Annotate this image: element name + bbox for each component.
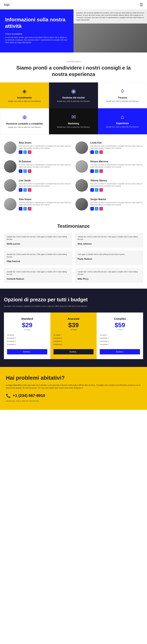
team-desc-linda: Duis aute irure dolor in reprehenderit i… [90,145,143,149]
team-desc-vittoria: Duis aute irure dolor in reprehenderit i… [90,183,143,187]
pricing-plan-standard: Standard $29 Al mese 15 utenti Funzione … [4,312,50,359]
team-photo-vittoria [75,179,88,192]
pricing-plan-complito: Complito $59 Al mese 15 utenti Funzione … [97,312,143,359]
pricing-title: Opzioni di prezzo per tutti i budget [4,296,143,303]
section-label: Cosa facciamo [8,60,139,63]
navbar: logo ☰ [0,0,147,10]
team-desc-sergio: Duis aute irure dolor in reprehenderit i… [90,202,143,206]
team-member-nina: Nina Scavo Duis aute irure dolor in repr… [2,138,74,157]
twitter-icon[interactable]: t [95,207,98,210]
twitter-icon[interactable]: t [23,207,27,210]
instagram-icon[interactable]: i [28,169,31,173]
twitter-icon[interactable]: t [23,169,27,173]
hero-title: Informazioni sulla nostra attività [5,16,68,29]
team-name-liss: Liss Sarah [19,179,72,182]
testimonial-2: Sample text. Click to select the text bo… [4,250,72,265]
twitter-icon[interactable]: t [23,188,27,192]
esperienza-icon: ⌂ [121,114,124,120]
instagram-icon[interactable]: i [99,188,103,192]
plan-btn-avanzate[interactable]: Scarica ↓ [54,349,94,354]
hero-section: Informazioni sulla nostra attività TITOL… [0,10,147,52]
card-rischio-text: Sample text. Click to select the Text El… [57,100,90,102]
card-revisione[interactable]: ⊕ Revisione contabile e contabilità Samp… [0,108,49,134]
cta-desc: La legge degli affitti è stata approvata… [6,384,141,390]
facebook-icon[interactable]: f [19,207,22,210]
facebook-icon[interactable]: f [90,207,94,210]
facebook-icon[interactable]: f [90,169,94,173]
cards-grid: ◈ Investimento Sample text. Click to sel… [0,82,147,134]
twitter-icon[interactable]: t [23,150,27,154]
team-section: Nina Scavo Duis aute irure dolor in repr… [0,134,147,218]
team-desc-liss: Duis aute irure dolor in reprehenderit i… [19,183,72,187]
cta-small: Sample text. Click to select the Text El… [6,400,141,402]
twitter-icon[interactable]: t [95,188,98,192]
team-photo-sergio [75,198,88,210]
revisione-icon: ⊕ [22,114,27,120]
pricing-plan-avanzate: Avanzate $39 Al mese 15 utenti Funzione … [50,312,97,359]
card-investment[interactable]: ◈ Investimento Sample text. Click to sel… [0,82,49,108]
feature-2: Funzione 3 [7,340,47,343]
team-member-pam: Pam Scavo Duis aute irure dolor in repre… [2,195,74,214]
card-revisione-title: Revisione contabile e contabilità [6,122,43,125]
team-name-di: Di Dowson [19,160,72,163]
plan-features-avanzate: 15 utenti Funzione 2 Funzione 3 Funzione… [54,334,94,346]
plan-btn-standard[interactable]: Scarica ↓ [7,349,47,354]
facebook-icon[interactable]: f [90,150,94,154]
testimonials-section: Testimonianze Sample text. Click to sele… [0,218,147,288]
team-photo-nina [4,141,17,154]
team-info-di: Di Dowson Duis aute irure dolor in repre… [19,160,72,173]
card-marketing-text: Sample text. Click to select the Text El… [57,126,90,128]
testimonial-text-3: Click again or double click to start edi… [78,253,140,256]
team-info-nina: Nina Scavo Duis aute irure dolor in repr… [19,141,72,154]
testimonial-text-5: Sample text. Click to select the text bo… [78,270,140,276]
plan-price-avanzate: $39 [54,322,94,329]
instagram-icon[interactable]: i [28,207,31,210]
team-photo-divano [75,160,88,173]
team-desc-pam: Duis aute irure dolor in reprehenderit i… [19,202,72,206]
card-finanza[interactable]: ◊ Finanza Sample text. Click to select t… [98,82,147,108]
testimonial-name-1: Nick Johnson [78,242,140,245]
plan-btn-complito[interactable]: Scarica ↓ [100,349,140,354]
instagram-icon[interactable]: i [99,150,103,154]
team-member-linda: Linda Kim Duis aute irure dolor in repre… [74,138,145,157]
card-esperienza-title: Esperienza [116,122,128,125]
instagram-icon[interactable]: i [99,207,103,210]
team-socials-liss: f t i [19,188,72,192]
team-photo-liss [4,179,17,192]
cta-section: Hai problemi abitativi? La legge degli a… [0,367,147,410]
card-finanza-text: Sample text. Click to select the Text El… [106,100,139,102]
investment-icon: ◈ [22,88,27,94]
team-info-linda: Linda Kim Duis aute irure dolor in repre… [90,141,143,154]
card-rischio-title: Gestione del rischio [62,96,85,99]
plan-per-standard: Al mese [7,329,47,331]
cta-phone[interactable]: +1 (234) 567-8910 [13,393,45,398]
twitter-icon[interactable]: t [95,150,98,154]
card-marketing[interactable]: ✉ Marketing Sample text. Click to select… [49,108,98,134]
nav-menu-icon[interactable]: ☰ [139,2,143,7]
twitter-icon[interactable]: t [95,169,98,173]
testimonial-name-0: Stella Larson [7,242,69,245]
card-marketing-title: Marketing [68,122,79,125]
facebook-icon[interactable]: f [19,188,22,192]
facebook-icon[interactable]: f [90,188,94,192]
team-member-vittoria: Vittoria Stansy Duis aute irure dolor in… [74,176,145,195]
facebook-icon[interactable]: f [19,169,22,173]
facebook-icon[interactable]: f [19,150,22,154]
instagram-icon[interactable]: i [28,188,31,192]
feature-2: Funzione 3 [100,340,140,343]
team-member-sergio: Sergio Marino Duis aute irure dolor in r… [74,195,145,214]
hero-desc: Ut enim ad minim veniam, quis nostrud ex… [5,36,68,44]
plan-per-avanzate: Al mese [54,329,94,331]
feature-3: Funzione 4 [7,343,47,346]
cta-title: Hai problemi abitativi? [6,375,141,381]
hero-left: Informazioni sulla nostra attività TITOL… [0,10,74,52]
feature-1: Funzione 2 [7,336,47,340]
team-photo-linda [75,141,88,154]
feature-1: Funzione 2 [100,336,140,340]
instagram-icon[interactable]: i [28,150,31,154]
card-rischio[interactable]: ◉ Gestione del rischio Sample text. Clic… [49,82,98,108]
instagram-icon[interactable]: i [99,169,103,173]
testimonial-3: Click again or double click to start edi… [75,250,143,265]
testimonial-4: Sample text. Click to select the text bo… [4,268,72,283]
card-esperienza[interactable]: ⌂ Esperienza Sample text. Click to selec… [98,108,147,134]
